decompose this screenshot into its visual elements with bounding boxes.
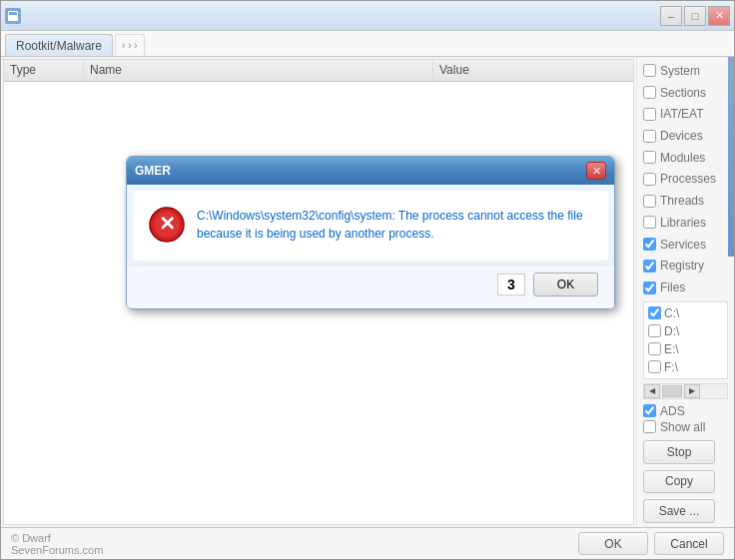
dialog-close-button[interactable]: ✕: [586, 162, 606, 180]
dialog-footer: 3 OK: [127, 267, 614, 308]
main-window: – □ ✕ Rootkit/Malware › › › Type Name Va…: [0, 0, 735, 560]
dialog-title: GMER: [135, 164, 171, 178]
dialog-body: ✕ C:\Windows\system32\config\system: The…: [133, 191, 608, 261]
dialog-counter: 3: [497, 274, 525, 295]
dialog-path: C:\Windows\system32\config\system:: [197, 209, 398, 223]
dialog-title-bar: GMER ✕: [127, 157, 614, 185]
svg-text:✕: ✕: [159, 213, 176, 235]
gmer-dialog: GMER ✕ ✕ C:\Windows\system32\config\syst…: [126, 156, 615, 309]
error-icon: ✕: [149, 207, 185, 243]
dialog-ok-button[interactable]: OK: [533, 273, 598, 296]
dialog-message: C:\Windows\system32\config\system: The p…: [197, 207, 592, 243]
